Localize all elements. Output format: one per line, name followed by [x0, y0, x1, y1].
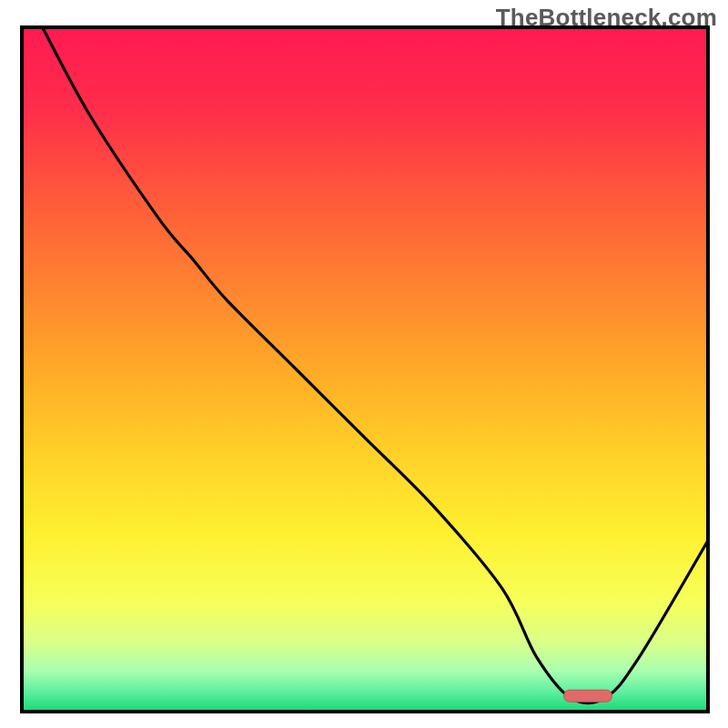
optimal-marker — [564, 690, 612, 702]
bottleneck-chart: TheBottleneck.com — [0, 0, 728, 728]
watermark-label: TheBottleneck.com — [496, 4, 717, 32]
chart-svg — [0, 0, 728, 728]
plot-background — [22, 27, 708, 712]
